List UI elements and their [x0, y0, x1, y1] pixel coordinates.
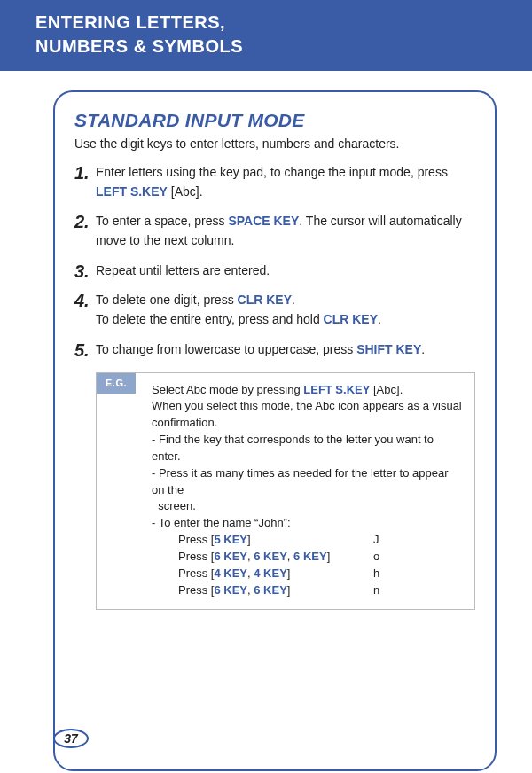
step-number: 1.	[74, 164, 96, 201]
step-number: 5.	[74, 341, 96, 360]
text-run: .	[378, 312, 381, 326]
text-run: To enter a space, press	[96, 214, 228, 228]
step-body: To change from lowercase to uppercase, p…	[96, 340, 425, 360]
example-box: E.G. Select Abc mode by pressing LEFT S.…	[96, 372, 475, 611]
step-body: To delete one digit, press CLR KEY.To de…	[96, 291, 381, 329]
text-run: To change from lowercase to uppercase, p…	[96, 342, 356, 356]
text-run: ,	[287, 550, 293, 563]
page-number-badge: 37	[53, 729, 89, 748]
text-run: ]	[327, 550, 331, 563]
step-number: 3.	[74, 262, 96, 281]
example-line: Select Abc mode by pressing LEFT S.KEY […	[152, 382, 462, 399]
step-item: 3.Repeat until letters are entered.	[74, 262, 475, 281]
key-name: 4 KEY	[214, 566, 247, 580]
step-body: Repeat until letters are entered.	[96, 262, 270, 281]
key-name: SPACE KEY	[228, 214, 299, 228]
text-run: [Abc].	[168, 184, 203, 199]
step-body: To enter a space, press SPACE KEY. The c…	[96, 212, 475, 250]
text-run: Press [	[178, 566, 214, 580]
text-run: Repeat until letters are entered.	[96, 263, 270, 277]
key-name: 4 KEY	[254, 566, 287, 580]
text-run: When you select this mode, the Abc icon …	[152, 399, 462, 429]
key-name: 6 KEY	[214, 550, 247, 563]
example-label: E.G.	[97, 373, 136, 394]
key-name: 6 KEY	[254, 550, 287, 563]
key-name: CLR KEY	[324, 312, 378, 326]
text-run: - To enter the name “John”:	[152, 516, 291, 529]
step-number: 4.	[74, 292, 96, 329]
step-item: 1.Enter letters using the key pad, to ch…	[74, 163, 475, 201]
text-run: To delete one digit, press	[96, 293, 238, 307]
key-name: 6 KEY	[293, 550, 327, 563]
step-number: 2.	[74, 213, 96, 250]
example-line: - Press it as many times as needed for t…	[152, 465, 462, 499]
step-item: 4.To delete one digit, press CLR KEY.To …	[74, 291, 475, 329]
example-keypress-row: Press [6 KEY, 6 KEY, 6 KEY]o	[152, 549, 462, 566]
key-name: CLR KEY	[238, 293, 292, 307]
text-run: Press [	[178, 583, 214, 597]
text-run: [Abc].	[370, 383, 403, 396]
text-run: To delete the entire entry, press and ho…	[96, 312, 324, 326]
keypress-sequence: Press [5 KEY]	[152, 532, 373, 549]
keypress-result: h	[373, 566, 400, 582]
example-rows: Press [5 KEY]JPress [6 KEY, 6 KEY, 6 KEY…	[152, 532, 462, 598]
text-run: ]	[287, 566, 291, 580]
text-run: - Find the key that corresponds to the l…	[152, 433, 434, 463]
header-line1: ENTERING LETTERS,	[35, 12, 225, 32]
page-number: 37	[64, 731, 78, 746]
key-name: 5 KEY	[214, 533, 247, 546]
chapter-header: ENTERING LETTERS, NUMBERS & SYMBOLS	[0, 0, 532, 71]
key-name: LEFT S.KEY	[303, 383, 370, 396]
key-name: SHIFT KEY	[356, 342, 421, 356]
text-run: Select Abc mode by pressing	[152, 383, 303, 396]
key-name: 6 KEY	[254, 583, 287, 597]
example-line: When you select this mode, the Abc icon …	[152, 398, 462, 432]
example-line: - To enter the name “John”:	[152, 515, 462, 532]
text-run: Press [	[178, 533, 214, 546]
example-line: - Find the key that corresponds to the l…	[152, 432, 462, 465]
content-panel: STANDARD INPUT MODE Use the digit keys t…	[53, 90, 497, 771]
keypress-result: n	[373, 582, 400, 599]
text-run: ]	[287, 583, 291, 597]
example-line: screen.	[152, 498, 462, 515]
keypress-result: o	[373, 549, 400, 566]
text-run: screen.	[152, 499, 196, 512]
key-name: LEFT S.KEY	[96, 184, 168, 199]
text-run: Enter letters using the key pad, to chan…	[96, 165, 448, 179]
steps-list: 1.Enter letters using the key pad, to ch…	[74, 163, 475, 360]
keypress-result: J	[373, 532, 400, 549]
step-item: 2.To enter a space, press SPACE KEY. The…	[74, 212, 475, 250]
example-keypress-row: Press [6 KEY, 6 KEY]n	[152, 582, 462, 599]
header-line2: NUMBERS & SYMBOLS	[35, 36, 243, 56]
text-run: .	[292, 293, 295, 307]
text-run: - Press it as many times as needed for t…	[152, 466, 449, 496]
example-keypress-row: Press [4 KEY, 4 KEY]h	[152, 566, 462, 582]
keypress-sequence: Press [6 KEY, 6 KEY]	[152, 582, 373, 599]
example-keypress-row: Press [5 KEY]J	[152, 532, 462, 549]
keypress-sequence: Press [6 KEY, 6 KEY, 6 KEY]	[152, 549, 373, 566]
example-lines: Select Abc mode by pressing LEFT S.KEY […	[152, 382, 462, 533]
text-run: Press [	[178, 550, 214, 563]
section-title: STANDARD INPUT MODE	[74, 110, 475, 131]
text-run: .	[421, 342, 425, 356]
keypress-sequence: Press [4 KEY, 4 KEY]	[152, 566, 373, 582]
key-name: 6 KEY	[214, 583, 247, 597]
text-run: ]	[247, 533, 251, 546]
step-body: Enter letters using the key pad, to chan…	[96, 163, 475, 201]
step-item: 5.To change from lowercase to uppercase,…	[74, 340, 475, 360]
section-intro: Use the digit keys to enter letters, num…	[74, 137, 475, 151]
